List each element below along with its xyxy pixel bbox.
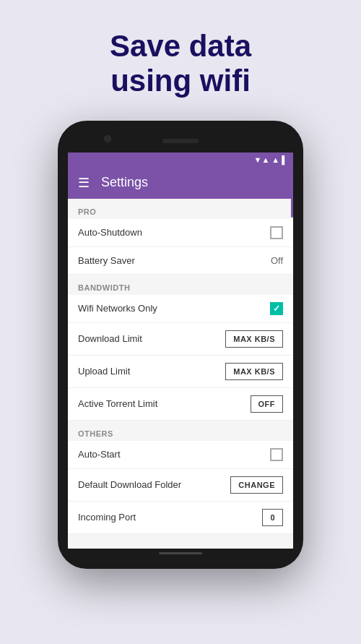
- home-indicator: [159, 552, 202, 554]
- download-limit-button[interactable]: MAX KB/S: [225, 330, 283, 348]
- wifi-status-icon: ▼▲: [254, 155, 270, 164]
- download-limit-label: Download Limit: [78, 333, 142, 344]
- default-download-folder-button[interactable]: CHANGE: [230, 476, 283, 494]
- section-header-others: OTHERS: [68, 421, 293, 441]
- section-header-pro: PRO: [68, 199, 293, 219]
- auto-shutdown-checkbox[interactable]: [270, 226, 283, 239]
- auto-start-checkbox[interactable]: [270, 448, 283, 461]
- upload-limit-label: Upload Limit: [78, 366, 130, 377]
- hamburger-menu-icon[interactable]: ☰: [78, 175, 90, 191]
- phone-top: [68, 131, 293, 151]
- wifi-networks-only-checkbox[interactable]: [270, 302, 283, 315]
- active-torrent-limit-label: Active Torrent Limit: [78, 398, 157, 409]
- app-bar: ☰ Settings: [68, 167, 293, 199]
- setting-battery-saver: Battery Saver Off: [68, 247, 293, 275]
- setting-incoming-port: Incoming Port 0: [68, 502, 293, 534]
- phone-bottom: [68, 549, 293, 559]
- upload-limit-button[interactable]: MAX KB/S: [225, 363, 283, 380]
- status-bar: ▼▲ ▲ ▌: [68, 153, 293, 167]
- incoming-port-label: Incoming Port: [78, 512, 136, 523]
- headline: Save data using wifi: [110, 29, 251, 99]
- section-header-bandwidth: BANDWIDTH: [68, 275, 293, 295]
- setting-auto-start: Auto-Start: [68, 441, 293, 469]
- app-bar-title: Settings: [101, 175, 148, 190]
- signal-icon: ▲: [271, 155, 279, 164]
- status-icons: ▼▲ ▲ ▌: [254, 155, 287, 164]
- battery-saver-label: Battery Saver: [78, 255, 135, 266]
- setting-download-limit: Download Limit MAX KB/S: [68, 323, 293, 356]
- screen-content: ▼▲ ▲ ▌ ☰ Settings PRO Auto-Shutdown Batt…: [68, 153, 293, 549]
- speaker: [162, 139, 199, 143]
- setting-auto-shutdown: Auto-Shutdown: [68, 219, 293, 247]
- setting-active-torrent-limit: Active Torrent Limit OFF: [68, 388, 293, 421]
- auto-shutdown-label: Auto-Shutdown: [78, 227, 142, 238]
- auto-start-label: Auto-Start: [78, 449, 121, 460]
- wifi-networks-only-label: Wifi Networks Only: [78, 303, 157, 314]
- scroll-indicator: [291, 174, 293, 218]
- default-download-folder-label: Default Download Folder: [78, 479, 181, 490]
- active-torrent-limit-button[interactable]: OFF: [251, 395, 284, 413]
- setting-wifi-networks-only: Wifi Networks Only: [68, 295, 293, 323]
- header-text: Save data using wifi: [110, 29, 251, 99]
- setting-upload-limit: Upload Limit MAX KB/S: [68, 356, 293, 388]
- setting-default-download-folder: Default Download Folder CHANGE: [68, 469, 293, 502]
- battery-saver-value: Off: [271, 255, 283, 266]
- front-camera: [104, 135, 111, 142]
- settings-list: PRO Auto-Shutdown Battery Saver Off BAND…: [68, 199, 293, 549]
- battery-icon: ▌: [282, 155, 287, 164]
- incoming-port-input[interactable]: 0: [262, 509, 283, 526]
- phone-frame: ▼▲ ▲ ▌ ☰ Settings PRO Auto-Shutdown Batt…: [58, 121, 303, 569]
